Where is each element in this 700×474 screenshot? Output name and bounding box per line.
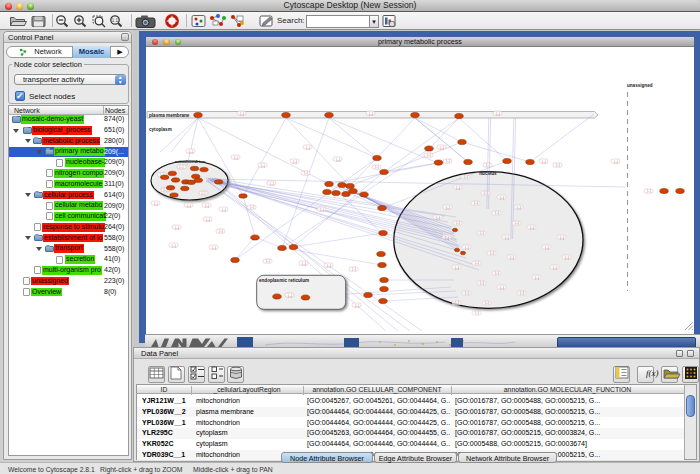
svg-text:(...): (...): [154, 202, 158, 206]
svg-text:(...): (...): [440, 146, 444, 150]
svg-text:(...): (...): [306, 146, 310, 150]
svg-text:(...): (...): [302, 262, 306, 266]
svg-text:(...): (...): [336, 158, 340, 162]
svg-text:unassigned: unassigned: [627, 83, 653, 88]
svg-text:(...): (...): [510, 256, 514, 260]
svg-text:(...): (...): [495, 271, 499, 275]
svg-text:(...): (...): [205, 204, 209, 208]
svg-text:(...): (...): [180, 165, 184, 169]
svg-text:(...): (...): [288, 294, 292, 298]
svg-text:(...): (...): [202, 191, 206, 195]
svg-text:(...): (...): [250, 205, 254, 209]
svg-text:(...): (...): [647, 189, 651, 193]
svg-text:(...): (...): [206, 218, 210, 222]
svg-text:(...): (...): [320, 208, 324, 212]
svg-text:(...): (...): [465, 246, 469, 250]
svg-text:(...): (...): [565, 256, 569, 260]
svg-text:(...): (...): [446, 206, 450, 210]
svg-text:(...): (...): [266, 259, 270, 263]
svg-text:(...): (...): [455, 301, 459, 305]
svg-text:(...): (...): [480, 281, 484, 285]
svg-text:(...): (...): [369, 112, 373, 116]
svg-text:(...): (...): [240, 112, 244, 116]
svg-text:(...): (...): [455, 266, 459, 270]
svg-text:(...): (...): [474, 201, 478, 205]
svg-text:(...): (...): [520, 291, 524, 295]
svg-text:(...): (...): [486, 163, 490, 167]
svg-text:(...): (...): [446, 159, 450, 163]
svg-text:(...): (...): [189, 150, 193, 154]
svg-text:(...): (...): [327, 264, 331, 268]
svg-text:(...): (...): [515, 221, 519, 225]
svg-text:(...): (...): [352, 267, 356, 271]
svg-text:(...): (...): [187, 204, 191, 208]
svg-text:cytoplasm: cytoplasm: [149, 127, 172, 132]
svg-text:(...): (...): [175, 226, 179, 230]
svg-text:(...): (...): [560, 236, 564, 240]
svg-text:mitochondrion: mitochondrion: [175, 159, 206, 164]
svg-text:nucleus: nucleus: [479, 171, 497, 176]
svg-text:(...): (...): [556, 163, 560, 167]
svg-text:(...): (...): [553, 266, 557, 270]
svg-text:(...): (...): [456, 221, 460, 225]
svg-text:(...): (...): [375, 165, 379, 169]
svg-text:(...): (...): [545, 246, 549, 250]
svg-text:(...): (...): [500, 286, 504, 290]
svg-text:(...): (...): [270, 182, 274, 186]
svg-text:(...): (...): [490, 251, 494, 255]
svg-text:(...): (...): [219, 229, 223, 233]
svg-text:(...): (...): [614, 160, 618, 164]
svg-text:(...): (...): [496, 112, 500, 116]
svg-text:(...): (...): [495, 211, 499, 215]
svg-text:(...): (...): [465, 291, 469, 295]
svg-text:(...): (...): [436, 216, 440, 220]
svg-text:(...): (...): [222, 208, 226, 212]
svg-text:(...): (...): [355, 304, 359, 308]
svg-text:(...): (...): [535, 276, 539, 280]
svg-text:(...): (...): [505, 236, 509, 240]
svg-text:(...): (...): [172, 244, 176, 248]
svg-text:(...): (...): [485, 301, 489, 305]
svg-text:(...): (...): [484, 191, 488, 195]
svg-text:(...): (...): [542, 160, 546, 164]
svg-text:(...): (...): [475, 311, 479, 315]
svg-text:(...): (...): [530, 226, 534, 230]
svg-text:endoplasmic reticulum: endoplasmic reticulum: [259, 278, 309, 283]
svg-text:(...): (...): [212, 246, 216, 250]
svg-text:(...): (...): [234, 156, 238, 160]
svg-text:(...): (...): [475, 261, 479, 265]
svg-text:(...): (...): [427, 153, 431, 157]
svg-text:(...): (...): [456, 186, 460, 190]
svg-text:plasma membrane: plasma membrane: [149, 113, 190, 118]
svg-text:(...): (...): [480, 231, 484, 235]
svg-text:f(x): f(x): [646, 368, 659, 378]
svg-text:(...): (...): [261, 164, 265, 168]
svg-text:(...): (...): [304, 171, 308, 175]
svg-text:(...): (...): [293, 160, 297, 164]
svg-text:(...): (...): [517, 206, 521, 210]
svg-text:(...): (...): [500, 196, 504, 200]
svg-text:(...): (...): [464, 175, 468, 179]
svg-text:1:1: 1:1: [112, 18, 119, 23]
svg-text:(...): (...): [445, 236, 449, 240]
